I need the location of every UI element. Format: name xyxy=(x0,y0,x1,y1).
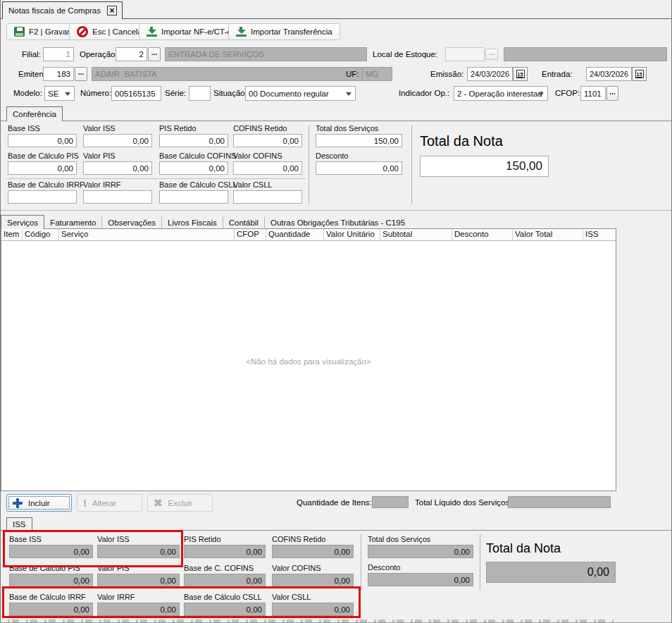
window-tab-notas-fiscais[interactable]: Notas fiscais de Compras × xyxy=(2,1,123,19)
col-desconto[interactable]: Desconto xyxy=(452,229,513,240)
importar-nfe-label: Importar NF-e/CT-e xyxy=(161,27,232,36)
field-value[interactable] xyxy=(233,190,302,204)
field-value[interactable]: 0,00 xyxy=(83,161,152,175)
calendar-icon: 15 xyxy=(516,70,525,78)
exclamation-icon: ! xyxy=(83,497,87,509)
conf-field-base-csll: Base de Cálculo CSLL xyxy=(159,180,228,204)
col-servico[interactable]: Serviço xyxy=(59,229,235,240)
col-valor-unitario[interactable]: Valor Unitário xyxy=(324,229,380,240)
operacao-code-field[interactable]: 2 xyxy=(116,47,147,61)
field-label: Desconto xyxy=(316,152,402,161)
emissao-calendar-button[interactable]: 15 xyxy=(513,67,528,81)
iss-desconto: Desconto 0,00 xyxy=(368,563,473,586)
tab-outras-obrigacoes[interactable]: Outras Obrigações Tributárias - C195 xyxy=(265,216,411,229)
local-estoque-description-field xyxy=(504,47,667,61)
field-value: 0,00 xyxy=(184,574,266,587)
local-estoque-lookup-button: ... xyxy=(485,49,498,60)
field-value[interactable]: 0,00 xyxy=(159,161,228,175)
field-label: COFINS Retido xyxy=(233,124,302,134)
cfop-lookup-button[interactable]: ... xyxy=(606,86,618,101)
importar-transferencia-button[interactable]: Importar Transferência xyxy=(228,23,340,40)
field-label: Base Cálculo COFINS xyxy=(159,152,228,161)
gravar-button[interactable]: F2 | Gravar xyxy=(6,23,77,40)
col-codigo[interactable]: Código xyxy=(23,229,59,240)
excluir-label: Excluir xyxy=(168,499,193,507)
tab-observacoes[interactable]: Observações xyxy=(102,216,162,229)
field-value: 0,00 xyxy=(97,574,180,587)
col-item[interactable]: Item xyxy=(1,229,23,240)
numero-field[interactable]: 005165135 xyxy=(111,86,161,101)
tab-livros-fiscais[interactable]: Livros Fiscais xyxy=(162,216,223,229)
field-value: 0,00 xyxy=(368,573,473,586)
field-value[interactable]: 0,00 xyxy=(83,134,152,147)
emissao-date-field[interactable]: 24/03/2026 xyxy=(467,67,513,81)
field-value[interactable]: 0,00 xyxy=(159,134,228,147)
window-tab-title: Notas fiscais de Compras xyxy=(8,6,101,15)
incluir-button[interactable]: Incluir xyxy=(6,494,72,512)
entrada-date-field[interactable]: 24/03/2026 xyxy=(586,67,632,81)
field-value: 0,00 xyxy=(9,574,93,587)
iss-field-base-cofins: Base de C. COFINS 0,00 xyxy=(184,564,266,587)
clipped-next-row xyxy=(8,619,614,622)
serie-field[interactable] xyxy=(189,86,211,101)
field-value[interactable]: 0,00 xyxy=(8,134,77,147)
col-subtotal[interactable]: Subtotal xyxy=(380,229,452,240)
field-label: Total dos Serviços xyxy=(368,535,473,545)
serie-label: Série: xyxy=(165,89,186,97)
modelo-select[interactable]: SE xyxy=(44,86,75,101)
field-label: Valor PIS xyxy=(83,152,152,161)
operacao-lookup-button[interactable]: ... xyxy=(148,47,161,61)
conf-field-valor-csll: Valor CSLL xyxy=(233,180,302,204)
field-label: Base ISS xyxy=(8,124,77,134)
tab-iss[interactable]: ISS xyxy=(6,517,32,531)
qtd-itens-field xyxy=(372,496,409,508)
emitente-code-field[interactable]: 183 xyxy=(43,67,74,81)
modelo-label: Modelo: xyxy=(13,89,42,97)
cancelar-label: Esc | Cancelar xyxy=(92,27,145,36)
field-value: 0,00 xyxy=(184,545,266,558)
situacao-label: Situação: xyxy=(213,89,247,97)
conf-desconto: Desconto 0,00 xyxy=(316,152,402,175)
total-liquido-field xyxy=(508,496,611,508)
field-value[interactable] xyxy=(8,190,77,204)
tab-conferencia[interactable]: Conferência xyxy=(6,106,63,121)
col-cfop[interactable]: CFOP xyxy=(235,229,266,240)
field-label: Base de C. COFINS xyxy=(184,564,266,574)
import-arrow-icon xyxy=(147,27,157,37)
entrada-calendar-button[interactable]: 15 xyxy=(632,67,647,81)
operacao-label: Operação: xyxy=(80,50,118,58)
field-label: Valor COFINS xyxy=(272,564,354,574)
tab-faturamento[interactable]: Faturamento xyxy=(44,216,102,229)
conf-field-base-iss: Base ISS 0,00 xyxy=(8,124,77,147)
col-valor-total[interactable]: Valor Total xyxy=(513,229,583,240)
importar-nfe-button[interactable]: Importar NF-e/CT-e xyxy=(139,23,239,40)
save-icon xyxy=(14,27,25,37)
import-arrow-icon xyxy=(236,27,247,37)
field-label: PIS Retido xyxy=(159,124,228,134)
services-table-header: Item Código Serviço CFOP Quantidade Valo… xyxy=(1,229,616,241)
cfop-field[interactable]: 1101 xyxy=(580,86,606,101)
iss-total-nota-value: 0,00 xyxy=(486,562,616,583)
filial-field[interactable]: 1 xyxy=(43,47,74,61)
field-value[interactable]: 0,00 xyxy=(233,161,302,175)
emitente-name-field: ADAIR BATISTA xyxy=(92,67,367,81)
tab-servicos[interactable]: Serviços xyxy=(1,215,44,229)
alterar-button[interactable]: ! Alterar xyxy=(77,494,142,512)
field-value[interactable] xyxy=(159,190,228,204)
tab-contabil[interactable]: Contábil xyxy=(223,216,265,229)
col-quantidade[interactable]: Quantidade xyxy=(266,229,324,240)
excluir-button[interactable]: ✖ Excluir xyxy=(147,494,213,512)
highlight-box-irrf-csll-values xyxy=(2,586,361,618)
indicador-op-select[interactable]: 2 - Operação interestad xyxy=(454,86,548,101)
field-value[interactable]: 0,00 xyxy=(233,134,302,147)
field-value[interactable]: 0,00 xyxy=(8,161,77,175)
field-label: Total dos Serviços xyxy=(316,124,402,134)
col-iss[interactable]: ISS xyxy=(583,229,614,240)
x-delete-icon: ✖ xyxy=(154,497,163,510)
situacao-select[interactable]: 00 Documento regular xyxy=(245,86,356,101)
local-estoque-code-field[interactable] xyxy=(445,47,485,61)
emitente-lookup-button[interactable]: ... xyxy=(75,67,87,81)
services-table: Item Código Serviço CFOP Quantidade Valo… xyxy=(1,228,616,491)
close-icon[interactable]: × xyxy=(107,6,117,16)
field-value[interactable] xyxy=(83,190,152,204)
